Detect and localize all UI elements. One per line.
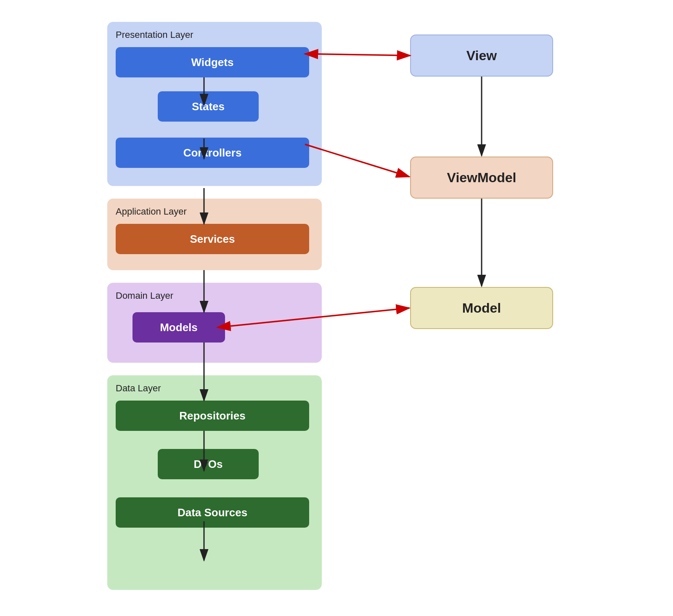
data-layer-label: Data Layer bbox=[116, 383, 313, 394]
dtos-node: DTOs bbox=[158, 449, 259, 479]
controllers-node: Controllers bbox=[116, 138, 309, 168]
domain-layer: Domain Layer Models bbox=[107, 283, 322, 363]
model-node: Model bbox=[410, 287, 553, 329]
models-node: Models bbox=[132, 312, 225, 343]
application-layer: Application Layer Services bbox=[107, 199, 322, 270]
services-node: Services bbox=[116, 224, 309, 254]
viewmodel-node: ViewModel bbox=[410, 157, 553, 199]
data-layer: Data Layer Repositories DTOs Data Source… bbox=[107, 375, 322, 590]
view-node: View bbox=[410, 35, 553, 77]
repositories-node: Repositories bbox=[116, 401, 309, 431]
diagram-container: Presentation Layer Widgets States Contro… bbox=[99, 13, 574, 603]
presentation-layer-label: Presentation Layer bbox=[116, 29, 313, 40]
widgets-node: Widgets bbox=[116, 47, 309, 77]
domain-layer-label: Domain Layer bbox=[116, 290, 313, 301]
presentation-layer: Presentation Layer Widgets States Contro… bbox=[107, 22, 322, 186]
states-node: States bbox=[158, 91, 259, 122]
application-layer-label: Application Layer bbox=[116, 206, 313, 217]
datasources-node: Data Sources bbox=[116, 497, 309, 528]
